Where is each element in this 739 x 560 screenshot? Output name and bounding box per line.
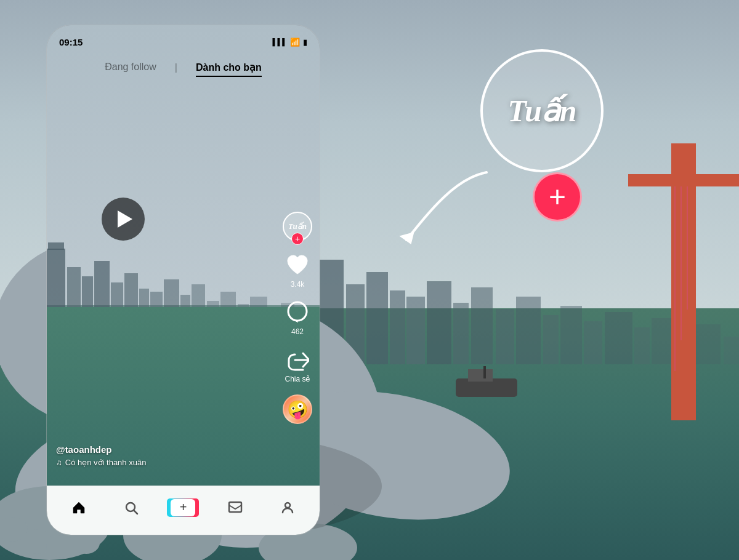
share-icon-container <box>285 347 310 373</box>
annotation-plus-icon: + <box>549 182 566 212</box>
nav-add[interactable]: + <box>157 498 209 517</box>
crane <box>628 143 739 420</box>
song-name: Có hẹn với thanh xuân <box>65 458 147 467</box>
nav-profile[interactable] <box>261 500 313 515</box>
nav-search[interactable] <box>105 500 158 515</box>
tab-separator: | <box>175 59 177 77</box>
svg-rect-26 <box>680 186 682 340</box>
user-info: @taoanhdep ♫ Có hẹn với thanh xuân <box>56 444 146 467</box>
play-triangle <box>118 210 132 228</box>
heart-icon <box>286 254 309 276</box>
music-note-icon: ♫ <box>56 458 62 467</box>
svg-rect-15 <box>560 306 582 364</box>
svg-rect-27 <box>687 186 688 310</box>
like-icon-container <box>285 252 310 278</box>
battery-icon: ▮ <box>303 38 307 47</box>
comment-count: 462 <box>291 327 304 336</box>
annotation-avatar: Tuấn <box>480 49 604 172</box>
status-time: 09:15 <box>59 37 83 47</box>
svg-rect-69 <box>229 502 241 512</box>
signal-icon: ▌▌▌ <box>273 38 287 46</box>
nav-inbox[interactable] <box>209 500 262 515</box>
svg-rect-16 <box>584 321 602 364</box>
like-count: 3.4k <box>291 280 305 289</box>
home-icon <box>71 500 86 515</box>
svg-point-66 <box>288 302 307 321</box>
tab-following[interactable]: Đang follow <box>105 59 156 77</box>
share-action[interactable]: Chia sẻ <box>285 347 310 383</box>
comment-icon <box>285 300 310 325</box>
creator-avatar[interactable]: Tuấn + <box>283 212 312 241</box>
play-button[interactable] <box>102 198 145 241</box>
bottom-nav: + <box>47 486 320 535</box>
username[interactable]: @taoanhdep <box>56 444 146 455</box>
boat <box>450 366 523 403</box>
svg-point-36 <box>46 535 77 558</box>
add-video-button[interactable]: + <box>169 498 196 517</box>
sidebar-actions: Tuấn + 3.4k 462 <box>283 212 312 424</box>
add-icon: + <box>171 499 195 516</box>
annotation-follow-button[interactable]: + <box>533 172 582 222</box>
tab-for-you[interactable]: Dành cho bạn <box>196 59 262 77</box>
search-icon <box>124 500 139 515</box>
svg-rect-45 <box>483 366 486 378</box>
status-bar: 09:15 ▌▌▌ 📶 ▮ <box>47 25 320 52</box>
share-icon <box>286 348 309 372</box>
svg-rect-44 <box>468 369 493 382</box>
svg-rect-25 <box>674 186 676 371</box>
comment-icon-container <box>285 300 310 326</box>
svg-rect-47 <box>48 242 64 250</box>
svg-point-70 <box>285 503 290 508</box>
comment-action[interactable]: 462 <box>285 300 310 336</box>
inbox-icon <box>228 500 243 515</box>
phone-frame: 09:15 ▌▌▌ 📶 ▮ Đang follow | Dành cho bạn… <box>46 25 320 535</box>
music-emoji: 🤪 <box>287 399 309 420</box>
share-label: Chia sẻ <box>285 375 310 383</box>
annotation-avatar-text: Tuấn <box>507 93 576 129</box>
wifi-icon: 📶 <box>290 38 300 47</box>
svg-rect-24 <box>628 174 739 186</box>
svg-line-68 <box>134 510 137 514</box>
music-disc[interactable]: 🤪 <box>283 394 312 424</box>
nav-home[interactable] <box>53 500 105 515</box>
status-icons: ▌▌▌ 📶 ▮ <box>273 38 307 47</box>
song-info[interactable]: ♫ Có hẹn với thanh xuân <box>56 458 146 467</box>
like-action[interactable]: 3.4k <box>285 252 310 289</box>
avatar-follow-plus[interactable]: + <box>291 233 304 245</box>
nav-tabs: Đang follow | Dành cho bạn <box>47 56 320 80</box>
profile-icon <box>280 500 295 515</box>
avatar-name: Tuấn <box>288 222 307 231</box>
